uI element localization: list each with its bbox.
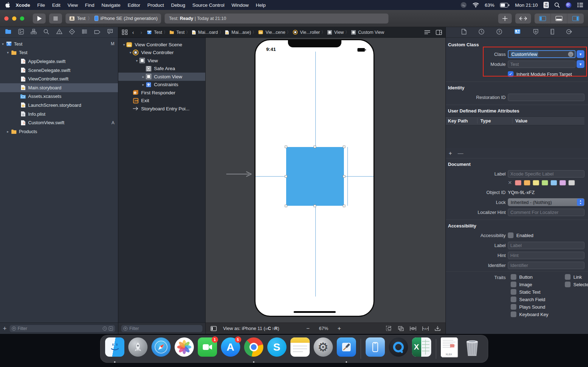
resize-handle-tr[interactable] <box>343 146 345 148</box>
color-swatch-4[interactable] <box>551 180 557 185</box>
outline-toggle-icon[interactable] <box>122 30 128 35</box>
menu-help[interactable]: Help <box>252 2 269 8</box>
resize-handle-tl[interactable] <box>285 146 287 148</box>
siri-icon[interactable] <box>566 2 572 8</box>
embed-in-stack-icon[interactable] <box>398 326 404 331</box>
report-navigator-tab[interactable] <box>107 29 113 36</box>
dock-item-quicktime[interactable] <box>388 337 408 360</box>
outline-filter-field[interactable] <box>121 325 202 332</box>
disclosure-triangle[interactable]: ▾ <box>135 59 139 63</box>
class-field[interactable]: CustomView → <box>508 50 576 58</box>
resize-handle-bm[interactable] <box>314 205 316 207</box>
runtime-attributes-empty-body[interactable] <box>446 125 584 148</box>
dock-item-skype[interactable]: S <box>267 337 287 360</box>
view-as-control[interactable]: View as: iPhone 11 (wC hR) <box>223 326 279 331</box>
breadcrumb-3[interactable]: Mai...ase) <box>225 30 251 35</box>
menu-editor[interactable]: Editor <box>124 2 144 8</box>
creative-cloud-icon[interactable] <box>460 2 467 8</box>
wifi-icon[interactable] <box>473 2 479 7</box>
window-zoom-button[interactable] <box>20 16 24 21</box>
navigator-row-assets-xcassets[interactable]: Assets.xcassets <box>0 92 118 101</box>
outline-row-first-responder[interactable]: 1First Responder <box>118 89 205 97</box>
outline-row-safe-area[interactable]: Safe Area <box>118 65 205 73</box>
outline-row-view[interactable]: ▾View <box>118 57 205 65</box>
resize-handle-bl[interactable] <box>285 205 287 207</box>
add-attribute-button[interactable]: + <box>449 150 452 157</box>
dock-item-xcode[interactable] <box>336 337 356 360</box>
add-file-button[interactable]: + <box>3 325 7 332</box>
menu-edit[interactable]: Edit <box>48 2 64 8</box>
source-control-filter-icon[interactable] <box>109 326 113 331</box>
project-navigator-tab[interactable] <box>5 29 11 36</box>
outline-row-custom-view[interactable]: ▸Custom View <box>118 73 205 81</box>
breadcrumb-7[interactable]: Custom View <box>351 30 384 35</box>
menu-find[interactable]: Find <box>82 2 98 8</box>
breakpoint-navigator-tab[interactable] <box>94 29 100 36</box>
debug-area-toggle[interactable] <box>551 14 567 23</box>
size-inspector-tab[interactable] <box>551 29 554 36</box>
column-key-path[interactable]: Key Path <box>446 118 477 124</box>
breadcrumb-2[interactable]: Mai...oard <box>191 30 218 35</box>
menu-debug[interactable]: Debug <box>167 2 189 8</box>
restoration-id-field[interactable] <box>508 94 584 101</box>
inherit-module-checkbox[interactable]: ✓ <box>508 71 514 77</box>
dock-item-notes[interactable] <box>290 337 310 360</box>
test-navigator-tab[interactable] <box>69 29 75 36</box>
dock-item-excel[interactable]: X <box>412 337 432 360</box>
zoom-out-button[interactable]: − <box>306 325 310 332</box>
color-swatch-5[interactable] <box>559 180 566 185</box>
resolve-auto-layout-icon[interactable] <box>435 326 440 331</box>
navigator-row-customview-swift[interactable]: CustomView.swiftA <box>0 118 118 127</box>
disclosure-triangle[interactable]: ▸ <box>6 130 10 133</box>
library-add-button[interactable] <box>498 14 512 23</box>
class-dropdown-button[interactable]: ▾ <box>577 50 584 58</box>
trait-checkbox-button[interactable] <box>511 274 516 280</box>
connections-inspector-tab[interactable] <box>566 29 572 36</box>
back-button[interactable]: ‹ <box>130 29 136 35</box>
color-swatch-1[interactable] <box>524 180 530 185</box>
navigator-row-main-storyboard[interactable]: Main.storyboard <box>0 83 118 92</box>
find-navigator-tab[interactable] <box>43 29 49 36</box>
column-value[interactable]: Value <box>512 118 584 124</box>
disclosure-triangle[interactable]: ▾ <box>6 51 10 54</box>
outline-row-view-controller-scene[interactable]: ▾View Controller Scene <box>118 41 205 49</box>
disclosure-triangle[interactable]: ▾ <box>128 51 133 54</box>
trait-checkbox-link[interactable] <box>565 274 571 280</box>
accessibility-hint-field[interactable] <box>508 252 584 259</box>
recent-files-icon[interactable] <box>103 326 107 331</box>
add-editor-icon[interactable] <box>436 30 442 35</box>
zoom-level[interactable]: 67% <box>319 326 328 331</box>
color-swatch-3[interactable] <box>542 180 548 185</box>
outline-row-exit[interactable]: Exit <box>118 97 205 105</box>
inspector-toggle[interactable] <box>567 14 584 23</box>
attributes-inspector-tab[interactable] <box>533 29 538 36</box>
window-close-button[interactable] <box>4 16 9 21</box>
disclosure-triangle[interactable]: ▸ <box>141 83 145 86</box>
update-frames-icon[interactable] <box>386 326 392 331</box>
navigator-row-group[interactable]: ▾Test <box>0 48 118 57</box>
localizer-hint-field[interactable] <box>508 209 584 216</box>
dock-item-xlsx-document[interactable]: XLSX <box>440 337 460 360</box>
runtime-attributes-table[interactable]: Key Path Type Value <box>446 116 584 148</box>
storyboard-entry-arrow[interactable] <box>226 171 253 179</box>
column-type[interactable]: Type <box>477 118 512 124</box>
dock-item-photos[interactable] <box>174 337 194 360</box>
dock-item-launchpad[interactable] <box>128 337 148 360</box>
breadcrumb-6[interactable]: View <box>327 30 344 35</box>
menu-view[interactable]: View <box>64 2 82 8</box>
history-inspector-tab[interactable] <box>479 29 484 36</box>
notification-center-icon[interactable] <box>577 3 583 7</box>
menu-file[interactable]: File <box>34 2 49 8</box>
navigator-row-appdelegate-swift[interactable]: AppDelegate.swift <box>0 57 118 66</box>
outline-row-storyboard-entry-poi-[interactable]: Storyboard Entry Poi... <box>118 105 205 113</box>
module-field[interactable]: Test <box>508 61 576 68</box>
navigator-row-scenedelegate-swift[interactable]: SceneDelegate.swift <box>0 66 118 75</box>
dock-item-system-preferences[interactable]: ⚙ <box>313 337 333 360</box>
run-button[interactable] <box>33 14 46 23</box>
no-color-swatch[interactable]: ✕ <box>508 180 512 185</box>
jump-to-class-icon[interactable]: → <box>568 52 573 57</box>
module-dropdown-button[interactable]: ▾ <box>577 60 584 68</box>
navigator-filter-input[interactable] <box>18 326 101 331</box>
file-inspector-tab[interactable] <box>461 29 466 36</box>
navigator-row-products[interactable]: ▸Products <box>0 127 118 136</box>
